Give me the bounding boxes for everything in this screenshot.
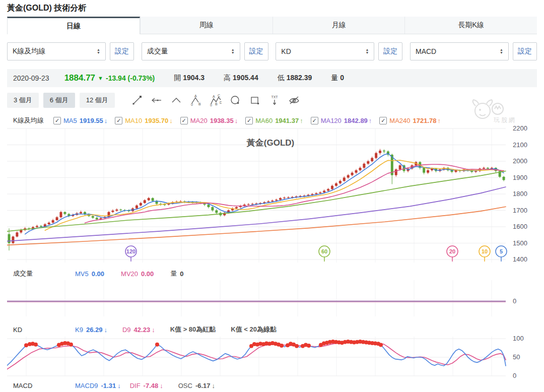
tab-monthly-label: 月線 [331, 21, 346, 30]
kd-section-title: KD [13, 326, 61, 334]
ma-marker-120[interactable]: 120 [125, 246, 137, 262]
svg-text:黃金(GOLD): 黃金(GOLD) [246, 138, 294, 148]
indicator-select-kd[interactable]: KD ▲▼ [276, 42, 374, 60]
quote-change: -13.94 (-0.73%) [106, 74, 155, 82]
quote-open-value: 1904.3 [183, 74, 205, 82]
hide-drawings-eye-icon[interactable] [288, 94, 301, 107]
ma60-trend-arrow-icon: ↑ [300, 117, 303, 124]
settings-button-volume[interactable]: 設定 [244, 42, 268, 60]
k9-trend-arrow-icon: ↓ [104, 326, 107, 334]
indicator-select-main[interactable]: K線及均線 ▲▼ [7, 42, 106, 60]
osc-legend: OSC -6.17 ↓ [178, 382, 215, 389]
osc-trend-arrow-icon: ↓ [212, 382, 216, 389]
checkbox-checked-icon[interactable]: ✓ [53, 117, 61, 124]
checkbox-checked-icon[interactable]: ✓ [311, 117, 318, 124]
wave-abcd-tool-icon[interactable]: 0ABCD [209, 94, 222, 107]
quote-low-label: 低 [278, 74, 285, 82]
tab-longterm[interactable]: 長期K線 [404, 17, 537, 34]
d9-legend: D9 42.23 ↓ [122, 326, 155, 334]
checkbox-checked-icon[interactable]: ✓ [379, 117, 387, 124]
indicator-select-volume[interactable]: 成交量 ▲▼ [142, 42, 240, 60]
dif-name: DIF [130, 382, 141, 389]
svg-text:2200: 2200 [513, 124, 527, 132]
quote-open: 開1904.3 [174, 74, 205, 83]
wave-ab-tool-icon[interactable]: 0AB [189, 94, 202, 107]
tab-daily[interactable]: 日線 [7, 17, 140, 34]
settings-button-kd[interactable]: 設定 [378, 42, 402, 60]
range-button-12m[interactable]: 12 個月 [80, 93, 115, 108]
text-tool-icon[interactable]: TXT [268, 94, 281, 107]
svg-text:100: 100 [513, 335, 524, 342]
indicator-group-4: MACD ▲▼ 設定 [410, 42, 537, 60]
ma20-value: 1938.35 [210, 117, 234, 124]
page-title: 黃金(GOLD) 技術分析 [7, 3, 86, 14]
settings-button-main[interactable]: 設定 [110, 42, 134, 60]
kd-signal-dots [24, 340, 383, 348]
quote-volume-value: 0 [340, 74, 344, 82]
tab-monthly[interactable]: 月線 [273, 17, 405, 34]
macd9-value: -1.31 [101, 382, 116, 389]
svg-text:A: A [213, 95, 215, 98]
ma20-trend-arrow-icon: ↓ [235, 117, 238, 124]
k9-name: K9 [75, 326, 83, 334]
ma-marker-10[interactable]: 10 [479, 246, 490, 262]
svg-text:0: 0 [513, 297, 516, 305]
select-updown-icon: ▲▼ [500, 48, 503, 54]
ma120-value: 1842.89 [344, 117, 368, 124]
volume-value: 0 [180, 270, 183, 278]
svg-text:C: C [218, 94, 220, 97]
horizontal-line-tool-icon[interactable] [150, 94, 163, 107]
kd-chart[interactable]: 100500 [7, 335, 537, 381]
ma120-name: MA120 [321, 117, 342, 124]
ma10-legend-item[interactable]: ✓ MA10 1935.70 ↓ [115, 117, 172, 124]
circle-tool-icon[interactable] [229, 94, 242, 107]
volume-legend-row: 成交量 MV5 0.00 MV20 0.00 量 0 [7, 268, 537, 280]
range-button-6m[interactable]: 6 個月 [43, 93, 75, 108]
main-candlestick-chart[interactable]: 220021002000190018001700160015001400黃金(G… [7, 124, 537, 267]
quote-bar: 2020-09-23 1884.77 ▼ -13.94 (-0.73%) 開19… [7, 69, 537, 87]
select-updown-icon: ▲▼ [97, 48, 100, 54]
osc-name: OSC [178, 382, 192, 389]
volume-chart[interactable]: 0 [7, 280, 537, 318]
ma20-name: MA20 [190, 117, 208, 124]
ma-marker-5[interactable]: 5 [496, 246, 507, 262]
quote-volume-label: 量 [331, 74, 338, 82]
quote-volume: 量0 [331, 74, 344, 83]
tab-weekly[interactable]: 周線 [140, 17, 273, 34]
svg-text:1500: 1500 [513, 239, 527, 247]
settings-button-macd[interactable]: 設定 [513, 42, 537, 60]
checkbox-checked-icon[interactable]: ✓ [245, 117, 253, 124]
ma5-legend-item[interactable]: ✓ MA5 1919.55 ↓ [53, 117, 107, 124]
svg-text:2000: 2000 [513, 157, 527, 165]
chart-toolbar: 3 個月 6 個月 12 個月 0AB 0ABCD TXT [7, 92, 537, 108]
ma60-legend-item[interactable]: ✓ MA60 1941.37 ↑ [245, 117, 303, 124]
ma5-trend-arrow-icon: ↓ [104, 117, 108, 124]
ma10-trend-arrow-icon: ↓ [169, 117, 173, 124]
macd9-legend: MACD9 -1.31 ↓ [75, 382, 121, 389]
osc-value: -6.17 [195, 382, 211, 389]
ma5-value: 1919.55 [80, 117, 103, 124]
svg-text:D: D [220, 101, 222, 104]
ma240-legend-item[interactable]: ✓ MA240 1721.78 ↑ [379, 117, 441, 124]
volume-value-legend: 量 0 [170, 269, 185, 278]
checkbox-checked-icon[interactable]: ✓ [115, 117, 122, 124]
trend-line-tool-icon[interactable] [130, 94, 144, 107]
range-button-3m[interactable]: 3 個月 [7, 93, 39, 108]
d9-trend-arrow-icon: ↓ [152, 326, 155, 334]
ma120-legend-item[interactable]: ✓ MA120 1842.89 ↑ [311, 117, 372, 124]
indicator-group-3: KD ▲▼ 設定 [276, 42, 402, 60]
mv20-legend: MV20 0.00 [121, 270, 155, 278]
ma60-name: MA60 [255, 117, 273, 124]
ma20-legend-item[interactable]: ✓ MA20 1938.35 ↓ [180, 117, 238, 124]
macd9-trend-arrow-icon: ↓ [117, 382, 121, 389]
macd-legend-row: MACD MACD9 -1.31 ↓ DIF -7.48 ↓ OSC -6.17… [7, 379, 537, 391]
ma-marker-20[interactable]: 20 [447, 246, 458, 262]
angle-tool-icon[interactable] [170, 94, 183, 107]
period-tabbar: 日線 周線 月線 長期K線 [7, 17, 537, 34]
rectangle-tool-icon[interactable] [248, 94, 261, 107]
indicator-select-macd[interactable]: MACD ▲▼ [410, 42, 509, 60]
d9-value: 42.23 [134, 326, 151, 334]
ma-marker-60[interactable]: 60 [319, 246, 330, 262]
dif-trend-arrow-icon: ↓ [160, 382, 163, 389]
checkbox-checked-icon[interactable]: ✓ [180, 117, 188, 124]
